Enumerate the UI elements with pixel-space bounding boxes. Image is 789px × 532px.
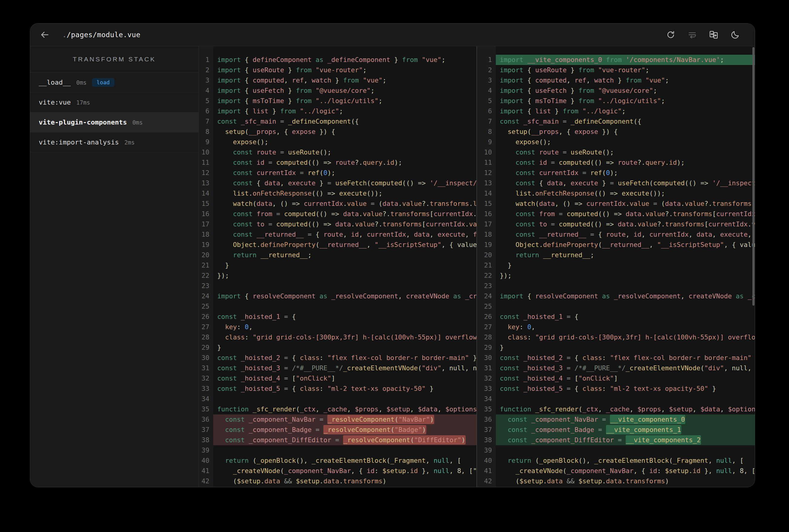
code-token: const (508, 436, 531, 444)
code-token: ( (535, 200, 539, 207)
code-token: . (473, 210, 476, 217)
code-token: __vite_components_0 (610, 416, 685, 423)
diff-added-word: __vite_components_1 (606, 425, 681, 434)
code-token: { (574, 385, 582, 392)
code-content: function _sfc_render(_ctx, _cache, $prop… (213, 404, 476, 414)
line-number: 11 (477, 157, 496, 168)
code-token: _ctx (582, 405, 598, 413)
code-token: computed (276, 220, 308, 228)
code-token: , (598, 405, 606, 413)
line-number: 16 (199, 209, 213, 219)
code-token: . (351, 220, 355, 228)
code-content: Object.defineProperty(__returned__, "__i… (496, 240, 755, 250)
code-token: "NavBar" (399, 416, 430, 423)
code-token (217, 210, 233, 217)
diff-pane-original[interactable]: 1import { defineComponent as _defineComp… (199, 46, 476, 487)
scrollbar-thumb[interactable] (752, 47, 754, 306)
code-token: = (610, 179, 618, 187)
code-content: const __returned__ = { route, id, curren… (213, 229, 476, 240)
code-token: : (602, 385, 610, 392)
code-token: 0 (606, 169, 610, 176)
transform-stack-item[interactable]: vite-plugin-components0ms (30, 112, 199, 132)
code-token: "DiffEditor" (414, 436, 461, 444)
module-title-prefix: . (62, 31, 67, 39)
line-number: 23 (199, 281, 213, 291)
code-token: ; (665, 76, 669, 84)
code-token: import (217, 56, 245, 63)
code-token: data (539, 200, 555, 207)
code-token: __returned__ (539, 231, 586, 238)
code-token: const (217, 375, 241, 382)
code-token: id (351, 231, 359, 238)
transform-stack-item[interactable]: vite:vue17ms (30, 93, 199, 112)
code-line: 34 (199, 394, 476, 404)
code-content: const _sfc_main = _defineComponent({ (213, 116, 476, 127)
line-number: 21 (477, 260, 496, 270)
line-number: 40 (477, 456, 496, 466)
code-token: } (500, 344, 504, 351)
code-token: id (386, 159, 394, 166)
code-token: const (233, 159, 257, 166)
code-line: 35function _sfc_render(_ctx, _cache, $pr… (199, 404, 476, 414)
code-token: ( (315, 241, 319, 248)
code-token: . (543, 477, 547, 485)
code-token: ( (563, 467, 567, 475)
line-number: 37 (199, 425, 213, 435)
side-by-side-toggle[interactable] (709, 30, 719, 40)
code-line: 31const _hoisted_3 = /*#__PURE__*/_creat… (199, 363, 476, 373)
plugin-name: vite:import-analysis (39, 138, 119, 146)
theme-toggle[interactable] (730, 30, 740, 40)
code-token: , (708, 457, 716, 464)
code-token: ) (382, 477, 386, 485)
code-token: ( (395, 416, 399, 423)
code-token: . (249, 190, 253, 197)
line-number: 1 (199, 55, 213, 65)
code-token: const (217, 313, 241, 320)
code-content: class: "grid grid-cols-[300px,3fr] h-[ca… (496, 332, 755, 342)
code-line: 40 return (_openBlock(), _createElementB… (199, 456, 476, 466)
code-content: watch(data, () => currentIdx.value = (da… (213, 198, 476, 209)
code-token: as (732, 292, 748, 300)
code-token: , (567, 76, 574, 84)
code-token: { (245, 66, 253, 74)
code-token: = (280, 364, 292, 372)
refresh-button[interactable] (665, 30, 676, 40)
code-token: , (629, 405, 638, 413)
code-token: const (500, 118, 524, 125)
code-line: 37 const _component_Badge = __vite_compo… (477, 425, 755, 435)
code-token (217, 241, 233, 248)
code-token: transforms (665, 220, 704, 228)
code-token: , (315, 405, 324, 413)
transform-stack-item[interactable]: __load__0msload (30, 73, 199, 93)
code-token: const (500, 385, 524, 392)
code-token: computed (653, 179, 685, 187)
code-token: id (693, 467, 700, 475)
code-token: = (563, 375, 574, 382)
code-token: = (614, 436, 626, 444)
code-token: ?. (355, 159, 363, 166)
code-token: = (563, 385, 574, 392)
arrow-left-icon (40, 30, 50, 40)
code-token: . (398, 200, 402, 207)
code-token: { (527, 87, 535, 94)
plugin-name: vite:vue (39, 98, 71, 106)
code-content: const from = computed(() => data.value?.… (213, 209, 476, 219)
diff-pane-transformed[interactable]: 1import __vite_components_0 from '/compo… (476, 46, 755, 487)
line-number: 10 (477, 147, 496, 157)
code-token: id (634, 231, 641, 238)
line-number: 5 (199, 96, 213, 106)
code-token (500, 426, 508, 434)
transform-stack-item[interactable]: vite:import-analysis2ms (30, 132, 199, 152)
code-token: const (217, 354, 241, 362)
code-token: msToTime (253, 97, 284, 104)
back-button[interactable] (39, 29, 50, 40)
code-line: 28 class: "grid grid-cols-[300px,3fr] h-… (199, 332, 476, 342)
line-number: 36 (477, 414, 496, 425)
code-line: 14 list.onFetchResponse(() => execute())… (477, 188, 755, 198)
code-token: __props (531, 128, 559, 135)
inline-diff-toggle[interactable] (687, 30, 697, 40)
code-token: . (469, 200, 473, 207)
line-number: 41 (199, 466, 213, 476)
code-token: , null, null) (441, 364, 476, 372)
code-token: , { (351, 467, 367, 475)
